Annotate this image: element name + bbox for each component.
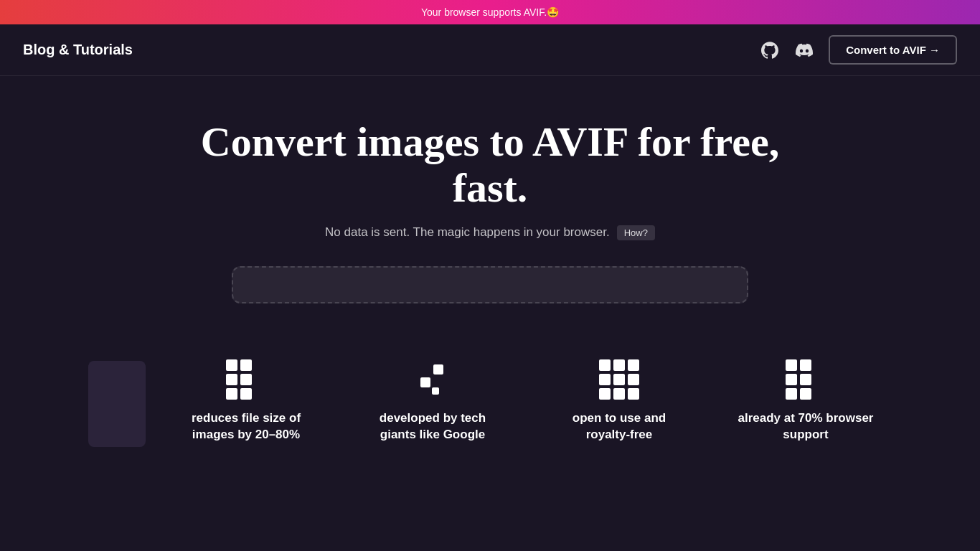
dot-1 [433,364,443,375]
grid-cell [628,388,639,400]
nav-logo[interactable]: Blog & Tutorials [23,42,133,58]
grid-cell [613,388,625,400]
grid-cell [226,388,237,400]
grid-cell [800,374,811,385]
grid-cell [786,359,797,371]
hero-subtitle-text: No data is sent. The magic happens in yo… [325,225,610,240]
top-banner: Your browser supports AVIF.🤩 [0,0,980,24]
banner-text: Your browser supports AVIF.🤩 [421,6,559,18]
grid-cell-empty [255,359,266,371]
hero-title: Convert images to AVIF for free, fast. [167,119,813,211]
feature-browser-text: already at 70% browsersupport [738,410,874,444]
grid-cell-empty [814,359,826,371]
grid-cell-empty [814,374,826,385]
dot-2 [420,377,430,387]
discord-icon[interactable] [794,40,814,60]
grid-cell [240,374,252,385]
grid-cell [240,388,252,400]
feature-developed-icon [411,361,454,398]
feature-browser: already at 70% browsersupport [720,361,892,444]
partial-card-left [88,361,146,447]
grid-cell [226,359,237,371]
dot-3 [432,387,439,395]
navbar: Blog & Tutorials Convert to AVIF → [0,24,980,76]
how-button[interactable]: How? [617,225,655,240]
grid-cell-empty [255,374,266,385]
grid-cell [599,374,611,385]
grid-cell [628,374,639,385]
feature-open-icon [598,361,641,398]
grid-cell [599,359,611,371]
file-dropzone[interactable] [232,266,748,303]
grid-cell [613,374,625,385]
grid-cell [800,388,811,400]
feature-reduces: reduces file size ofimages by 20–80% [160,361,332,444]
grid-cell [628,359,639,371]
hero-subtitle: No data is sent. The magic happens in yo… [325,225,655,240]
grid-cell [800,359,811,371]
grid-cell [613,359,625,371]
feature-open-text: open to use androyalty-free [573,410,666,444]
grid-cell [786,374,797,385]
features-section: reduces file size ofimages by 20–80% dev… [0,347,980,447]
feature-browser-icon [784,361,827,398]
feature-developed-text: developed by techgiants like Google [380,410,486,444]
main-content: Convert images to AVIF for free, fast. N… [0,76,980,551]
grid-cell [226,374,237,385]
grid-cell-empty [814,388,826,400]
grid-cell [786,388,797,400]
hero-section: Convert images to AVIF for free, fast. N… [153,76,827,347]
feature-open: open to use androyalty-free [533,361,705,444]
grid-cell [599,388,611,400]
nav-right: Convert to AVIF → [760,35,957,65]
feature-reduces-icon [225,361,268,398]
grid-cell [240,359,252,371]
convert-button[interactable]: Convert to AVIF → [829,35,957,65]
github-icon[interactable] [760,40,780,60]
grid-cell-empty [255,388,266,400]
feature-developed: developed by techgiants like Google [347,361,519,444]
feature-reduces-text: reduces file size ofimages by 20–80% [192,410,301,444]
